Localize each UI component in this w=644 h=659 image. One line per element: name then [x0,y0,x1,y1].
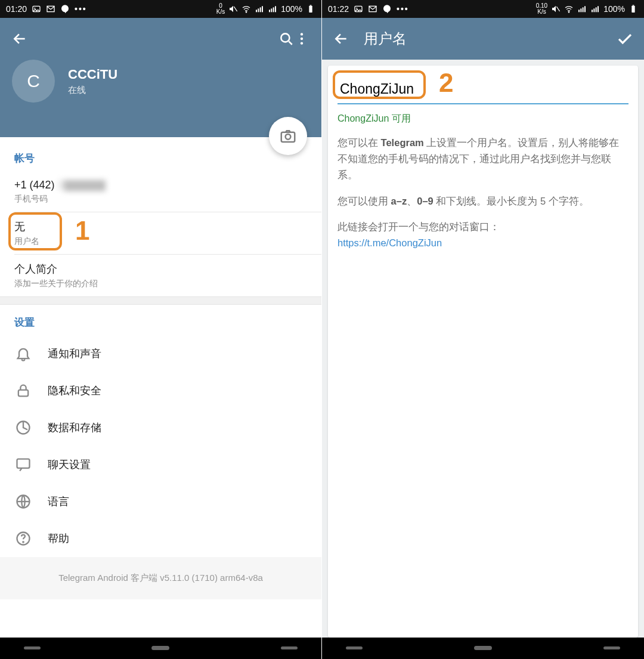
svg-rect-10 [271,8,273,12]
phone-label: 手机号码 [14,194,307,205]
hangouts-icon [382,4,392,14]
more-menu-button[interactable] [294,31,309,47]
settings-item-chat[interactable]: 聊天设置 [0,446,321,483]
settings-item-notifications[interactable]: 通知和声音 [0,335,321,372]
svg-rect-27 [24,646,41,649]
username-card: ChongZiJun 可用 您可以在 Telegram 上设置一个用户名。设置后… [328,66,638,638]
wifi-icon [564,4,574,14]
svg-line-33 [557,7,560,11]
hangouts-icon [60,4,70,14]
phone-prefix: +1 (442) [14,179,55,191]
bell-icon [14,345,32,363]
svg-rect-8 [262,6,263,12]
bio-title: 个人简介 [14,262,307,276]
settings-item-language[interactable]: 语言 [0,483,321,520]
row-phone[interactable]: +1 (442) 2▇▇▇▇▇ 手机号码 [0,171,321,212]
svg-rect-39 [592,10,593,12]
net-speed: 0.10K/s [536,3,547,15]
profile-name: CCCiTU [68,67,117,82]
svg-rect-9 [269,10,270,12]
status-time: 01:20 [6,4,27,14]
battery-icon [628,4,638,14]
username-value: 无 [14,219,307,234]
back-button[interactable] [329,27,353,51]
gmail-icon [368,4,377,14]
svg-point-1 [34,8,35,9]
username-input[interactable] [338,76,628,104]
svg-rect-23 [17,459,30,468]
settings-item-label: 语言 [48,494,69,509]
svg-point-4 [246,12,247,13]
svg-rect-36 [581,8,582,12]
svg-point-18 [301,42,303,44]
search-button[interactable] [278,31,294,47]
svg-line-3 [234,7,237,11]
settings-item-label: 隐私和安全 [48,383,101,398]
svg-rect-7 [260,7,261,12]
phone-left: 01:20 ••• 0K/s 100% [0,0,322,659]
page-title: 用户名 [364,29,407,48]
username-link[interactable]: https://t.me/ChongZiJun [338,237,442,248]
row-bio[interactable]: 个人简介 添加一些关于你的介绍 [0,255,321,296]
more-icon: ••• [75,4,87,14]
svg-rect-44 [633,5,634,5]
more-icon: ••• [397,4,409,14]
svg-rect-12 [275,6,276,12]
battery-icon [306,4,315,14]
svg-rect-5 [256,10,257,12]
signal1-icon [255,4,264,14]
confirm-button[interactable] [613,27,637,51]
avatar-letter: C [27,71,40,91]
settings-item-label: 通知和声音 [48,346,101,361]
android-navbar [0,638,321,659]
settings-item-label: 聊天设置 [48,457,91,472]
svg-rect-11 [273,7,274,12]
svg-rect-21 [18,390,28,397]
wifi-icon [242,4,251,14]
phone-blurred: 2▇▇▇▇▇ [58,179,106,191]
svg-rect-42 [597,6,599,12]
settings-item-label: 帮助 [48,531,69,546]
profile-status: 在线 [68,85,117,96]
svg-rect-38 [584,6,586,12]
android-navbar [322,638,644,659]
app-version-footer: Telegram Android 客户端 v5.11.0 (1710) arm6… [0,557,321,599]
username-label: 用户名 [14,236,307,247]
svg-rect-29 [281,646,298,649]
svg-point-16 [301,33,303,35]
back-button[interactable] [12,31,27,47]
phone-right: 01:22 ••• 0.10K/s 100% 用户名 [322,0,644,659]
svg-rect-13 [309,6,312,13]
settings-item-label: 数据和存储 [48,420,101,435]
lock-icon [14,382,32,400]
appbar: 用户名 [322,18,644,60]
mute-icon [551,4,561,14]
svg-rect-43 [631,6,634,13]
camera-fab[interactable] [269,117,307,155]
settings-item-help[interactable]: 帮助 [0,520,321,557]
svg-point-15 [281,33,289,42]
svg-rect-46 [474,646,492,650]
username-available: ChongZiJun 可用 [338,113,628,125]
status-time: 01:22 [328,4,349,14]
image-icon [32,4,41,14]
data-icon [14,419,32,437]
settings-item-data[interactable]: 数据和存储 [0,409,321,446]
bio-hint: 添加一些关于你的介绍 [14,279,307,289]
help-icon [14,530,32,547]
signal2-icon [590,4,600,14]
net-speed: 0K/s [216,3,225,15]
row-username[interactable]: 无 用户名 [0,212,321,254]
svg-point-34 [569,12,569,13]
mute-icon [228,4,238,14]
signal1-icon [577,4,587,14]
svg-rect-41 [596,7,597,12]
username-desc-1: 您可以在 Telegram 上设置一个用户名。设置后，别人将能够在不知道您的手机… [338,135,628,184]
battery-text: 100% [603,4,625,14]
svg-point-26 [23,542,23,542]
svg-point-31 [356,8,357,9]
profile-header: C CCCiTU 在线 [0,18,321,137]
avatar[interactable]: C [12,60,55,103]
svg-rect-47 [603,646,620,649]
settings-item-privacy[interactable]: 隐私和安全 [0,372,321,409]
